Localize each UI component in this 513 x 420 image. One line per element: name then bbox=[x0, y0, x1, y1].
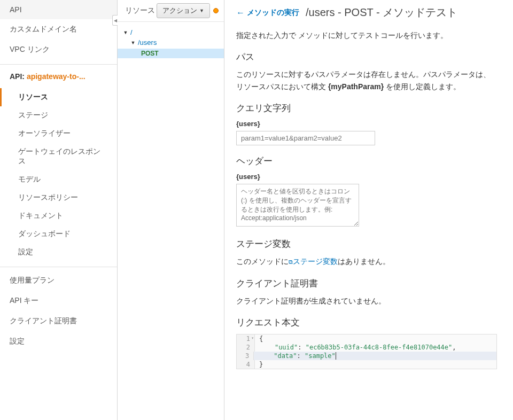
client-cert-heading: クライアント証明書 bbox=[236, 277, 497, 290]
code-line[interactable]: 3 "data": "sample" bbox=[237, 352, 496, 360]
arrow-left-icon: ← bbox=[236, 8, 245, 18]
query-heading: クエリ文字列 bbox=[236, 102, 497, 114]
nav-client-certificates[interactable]: クライアント証明書 bbox=[0, 311, 117, 331]
subnav-stages[interactable]: ステージ bbox=[0, 106, 117, 125]
left-sidebar: ◀ API カスタムドメイン名 VPC リンク API: apigateway-… bbox=[0, 0, 118, 420]
api-sub-nav: リソース ステージ オーソライザー ゲートウェイのレスポンス モデル リソースポ… bbox=[0, 88, 117, 261]
nav-vpc-link[interactable]: VPC リンク bbox=[0, 40, 117, 60]
sidebar-collapse-handle[interactable]: ◀ bbox=[112, 15, 118, 26]
code-text[interactable]: "data": "sample" bbox=[254, 352, 496, 360]
resource-panel-title: リソース bbox=[125, 6, 157, 15]
tree-root[interactable]: ▼ / bbox=[123, 27, 219, 37]
actions-dropdown-button[interactable]: アクション ▼ bbox=[157, 3, 210, 18]
resource-panel-header: リソース アクション ▼ bbox=[118, 0, 224, 22]
tree-users[interactable]: ▼ /users bbox=[123, 37, 219, 48]
code-text[interactable]: "uuid": "ec6b83b5-03fa-44c8-8fee-f4e8107… bbox=[255, 343, 461, 352]
tree-toggle-icon[interactable]: ▼ bbox=[130, 40, 136, 45]
tree-method-post[interactable]: POST bbox=[118, 49, 224, 58]
code-line[interactable]: 4} bbox=[237, 360, 496, 369]
client-cert-description: クライアント証明書が生成されていません。 bbox=[236, 295, 497, 307]
path-heading: パス bbox=[236, 51, 497, 63]
breadcrumb: ← メソッドの実行 /users - POST - メソッドテスト bbox=[236, 5, 497, 20]
path-description: このリソースに対するパスパラメータは存在しません。パスパラメータは、リソースパス… bbox=[236, 68, 497, 92]
code-text[interactable]: { bbox=[255, 335, 267, 343]
code-line[interactable]: 2 "uuid": "ec6b83b5-03fa-44c8-8fee-f4e81… bbox=[237, 343, 496, 352]
code-line[interactable]: 1▾{ bbox=[237, 335, 496, 343]
gutter: 1▾ bbox=[237, 335, 255, 343]
nav-api-keys[interactable]: API キー bbox=[0, 291, 117, 311]
subnav-settings[interactable]: 設定 bbox=[0, 243, 117, 261]
tree-root-label[interactable]: / bbox=[130, 28, 133, 36]
gutter: 4 bbox=[237, 360, 255, 369]
subnav-models[interactable]: モデル bbox=[0, 170, 117, 189]
header-field-label: {users} bbox=[236, 173, 497, 181]
chevron-down-icon: ▼ bbox=[199, 8, 204, 13]
api-name-value: apigateway-to-... bbox=[27, 72, 86, 81]
fold-icon[interactable]: ▾ bbox=[251, 336, 254, 340]
subnav-dashboard[interactable]: ダッシュボード bbox=[0, 225, 117, 243]
main-content: ← メソッドの実行 /users - POST - メソッドテスト 指定された入… bbox=[224, 0, 513, 420]
external-link-icon: ⧉ bbox=[289, 259, 293, 265]
nav-api[interactable]: API bbox=[0, 0, 117, 19]
api-prefix: API: bbox=[10, 72, 27, 81]
header-heading: ヘッダー bbox=[236, 155, 497, 167]
nav-settings[interactable]: 設定 bbox=[0, 331, 117, 352]
tree-users-label[interactable]: /users bbox=[138, 38, 157, 46]
query-field-label: {users} bbox=[236, 120, 497, 128]
query-string-input[interactable] bbox=[236, 131, 375, 145]
page-title: /users - POST - メソッドテスト bbox=[306, 5, 457, 20]
intro-text: 指定された入力で メソッドに対してテストコールを行います。 bbox=[236, 29, 497, 41]
divider bbox=[0, 64, 117, 65]
code-text[interactable]: } bbox=[255, 360, 267, 369]
api-name-label: API: apigateway-to-... bbox=[0, 72, 117, 88]
nav-usage-plans[interactable]: 使用量プラン bbox=[0, 270, 117, 291]
stage-vars-heading: ステージ変数 bbox=[236, 238, 497, 250]
back-link-label: メソッドの実行 bbox=[247, 8, 299, 18]
divider bbox=[0, 267, 117, 267]
subnav-resources[interactable]: リソース bbox=[0, 88, 117, 106]
subnav-documentation[interactable]: ドキュメント bbox=[0, 207, 117, 225]
headers-textarea[interactable] bbox=[236, 184, 359, 227]
nav-custom-domain[interactable]: カスタムドメイン名 bbox=[0, 19, 117, 40]
request-body-editor[interactable]: 1▾{2 "uuid": "ec6b83b5-03fa-44c8-8fee-f4… bbox=[236, 334, 497, 369]
resource-tree-panel: リソース アクション ▼ ▼ / ▼ /users POST bbox=[118, 0, 224, 420]
request-body-heading: リクエスト本文 bbox=[236, 316, 497, 329]
tree-toggle-icon[interactable]: ▼ bbox=[123, 30, 128, 35]
subnav-authorizers[interactable]: オーソライザー bbox=[0, 125, 117, 143]
subnav-gateway-responses[interactable]: ゲートウェイのレスポンス bbox=[0, 143, 117, 170]
resource-tree: ▼ / ▼ /users POST bbox=[118, 22, 224, 64]
status-indicator-icon bbox=[213, 8, 219, 13]
gutter: 2 bbox=[237, 343, 255, 352]
subnav-resource-policy[interactable]: リソースポリシー bbox=[0, 189, 117, 207]
back-link[interactable]: ← メソッドの実行 bbox=[236, 8, 299, 18]
stage-vars-description: このメソッドに⧉ステージ変数はありません。 bbox=[236, 255, 497, 267]
stage-variables-link[interactable]: ステージ変数 bbox=[293, 257, 338, 266]
actions-label: アクション bbox=[162, 6, 197, 15]
gutter: 3 bbox=[237, 352, 254, 360]
